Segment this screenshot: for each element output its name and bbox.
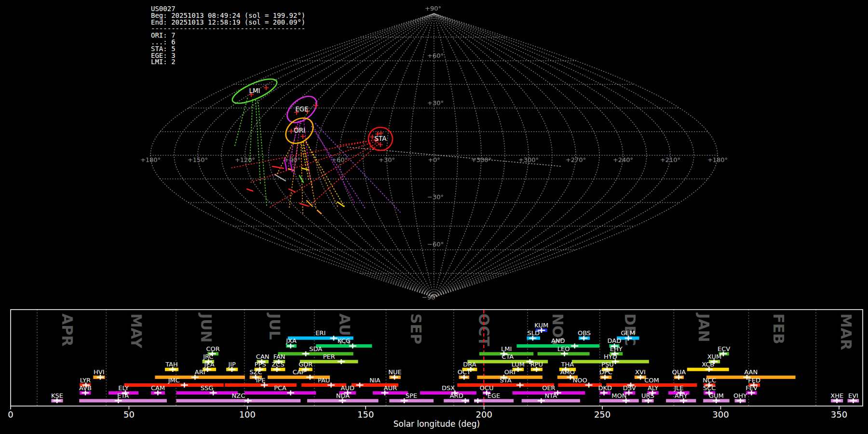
shower-code-label: HVI [94,368,105,376]
shower-activity-bar [244,391,316,394]
shower-code-label: CAP [293,368,305,376]
shower-code-label: TAH [165,361,178,368]
meteor-track [235,96,248,146]
shower-code-label: AND [551,337,565,344]
map-lon-label: +180° [707,156,728,163]
meteor-trail [247,189,253,191]
shower-XHE: XHE [830,392,843,403]
map-lon-label: +240° [613,156,633,163]
activity-timeline: APRMAYJUNJULAUGSEPOCTNOVDECJANFEBMARKUME… [0,309,868,434]
shower-code-label: JEA [204,361,215,368]
shower-code-label: SZC [249,368,262,376]
shower-code-label: THA [561,361,574,368]
shower-code-label: JXA [285,337,297,344]
map-lon-label: +330° [471,156,491,163]
meteor-trail [302,168,308,170]
x-tick-label: 50 [123,409,135,420]
shower-code-label: CAN [256,353,270,360]
shower-row-9: KSEETANZCNDASPEARDEGENTAMONURSAHYGUMOHYX… [51,392,859,403]
shower-code-label: MON [611,392,626,399]
meteor-trail [317,210,321,214]
shower-SLD: SLD [527,329,541,340]
shower-code-label: ARI [195,368,205,376]
radiant-plus-marker [289,129,294,134]
shower-activity-bar [278,352,353,355]
shower-code-label: ARD [450,392,463,399]
month-label: MAR [838,313,854,350]
shower-activity-bar [599,399,639,403]
shower-code-label: EVI [848,392,858,399]
shower-activity-bar [316,344,372,348]
gmn-radiant-report: US0027 Beg: 20251013 08:49:24 (sol = 199… [0,0,868,434]
shower-XCB: XCB [687,361,729,372]
shower-code-label: FED [748,377,760,384]
shower-code-label: NDA [336,392,350,399]
shower-code-label: DAD [608,337,622,344]
shower-code-label: JLE [674,384,683,392]
shower-code-label: STA [500,377,512,384]
shower-code-label: GEM [621,329,636,337]
x-tick-label: 350 [831,409,847,420]
shower-code-label: GDR [298,361,312,368]
shower-code-label: PAU [318,377,330,384]
shower-code-label: XVI [635,368,646,376]
shower-code-label: COM [644,377,659,384]
month-label: JUN [198,312,215,343]
shower-code-label: ELY [118,384,129,392]
shower-code-label: OER [542,384,555,392]
radiant-label: LMI [249,87,260,95]
shower-rows: KUMERISLDOBSGEMJXAKCGANDDADCORSDALMILEOE… [51,322,859,403]
map-lon-label: +270° [566,156,586,163]
month-label: APR [59,313,76,346]
map-pole-label: +90° [425,5,441,12]
shower-code-label: ECV [718,345,730,353]
shower-code-label: SPE [406,392,417,399]
shower-code-label: PPS [255,361,266,368]
shower-code-label: LMI [501,345,512,353]
shower-code-label: KUM [534,322,548,329]
shower-code-label: AMO [560,368,575,376]
shower-code-label: NOO [573,377,587,384]
meteor-track-lines [231,96,562,213]
radiant-label: STA [374,135,387,142]
shower-activity-bar [176,399,301,403]
shower-NUE: NUE [388,368,401,380]
map-lat-label: +30° [427,99,444,107]
shower-activity-bar [389,399,434,403]
shower-TAH: TAH [165,361,178,372]
map-lon-label: +0° [428,156,440,163]
shower-AVB: AVB [79,384,92,395]
shower-code-label: NUE [388,368,401,376]
meteor-trail [272,166,284,168]
meteor-trail-segments [247,159,344,214]
x-tick-label: 300 [712,409,729,420]
shower-code-label: ALY [648,384,658,392]
radiant-plus-marker [313,103,318,108]
x-axis-title: Solar longitude (deg) [393,419,480,429]
x-axis: 050100150200250300350Solar longitude (de… [8,406,847,429]
shower-code-label: NCC [703,377,716,384]
x-tick-label: 150 [357,409,374,420]
shower-code-label: XUM [707,353,722,360]
shower-CAM: CAM [151,384,165,395]
radiant-label: EGE [295,105,309,113]
shower-JXA: JXA [285,337,297,348]
shower-EGE: EGE [474,392,514,403]
meteor-track [309,142,380,206]
meteor-track [305,141,344,206]
shower-activity-bar [558,383,602,387]
shower-QUA: QUA [672,368,686,380]
shower-code-label: HYD [604,353,617,360]
radiant-plus-marker [264,85,269,90]
shower-JIP: JIP [226,361,238,372]
shower-code-label: DSX [442,384,455,392]
shower-NDA: NDA [307,392,379,403]
radiant-ege: EGE [282,91,321,128]
shower-RPU: RPU [530,361,543,372]
meteor-track [301,142,309,179]
map-lon-label: +120° [235,156,255,163]
meteor-track [251,140,379,182]
month-label: JAN [695,312,712,342]
map-lon-label: +30° [379,156,395,163]
shower-code-label: XHE [830,392,843,399]
